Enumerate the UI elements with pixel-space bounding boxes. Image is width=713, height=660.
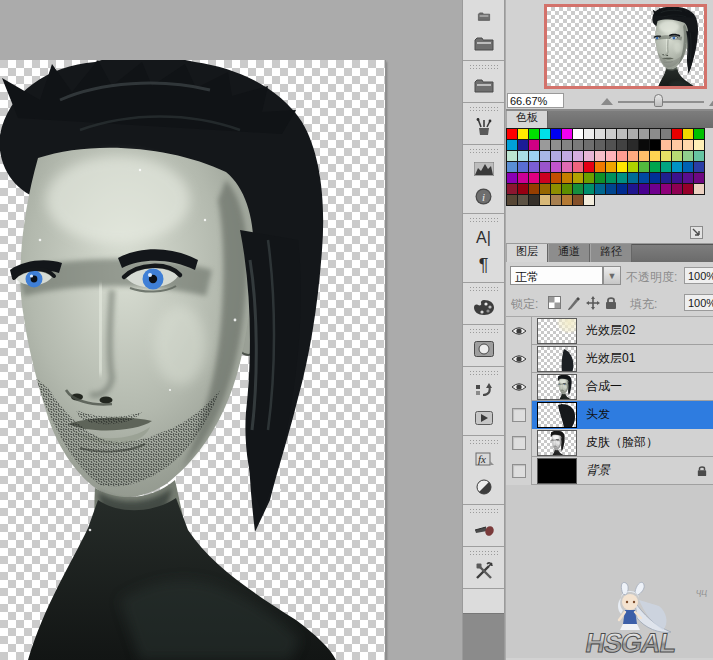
lock-image-icon[interactable] xyxy=(567,296,581,310)
layer-thumbnail[interactable] xyxy=(537,318,577,344)
folder-icon[interactable] xyxy=(467,3,500,29)
svg-text:fx: fx xyxy=(478,453,486,465)
histogram-icon[interactable] xyxy=(467,156,500,182)
visibility-toggle[interactable] xyxy=(506,317,532,345)
visibility-toggle[interactable] xyxy=(506,345,532,373)
blend-mode-select[interactable]: 正常 xyxy=(510,266,603,285)
layer-thumbnail[interactable] xyxy=(537,430,577,456)
portrait-artwork xyxy=(0,60,385,660)
dock-grip[interactable] xyxy=(469,439,498,445)
layer-row[interactable]: 光效层01 xyxy=(506,345,713,373)
dock-grip[interactable] xyxy=(469,148,498,154)
layer-name: 皮肤（脸部） xyxy=(586,434,658,451)
visibility-toggle[interactable] xyxy=(506,401,532,429)
eye-empty-checkbox xyxy=(512,436,526,450)
layer-name: 背景 xyxy=(586,462,610,479)
folder-icon[interactable] xyxy=(467,30,500,56)
color-swatch[interactable] xyxy=(583,194,595,206)
chevron-down-icon[interactable]: ▼ xyxy=(603,266,621,285)
visibility-toggle[interactable] xyxy=(506,457,532,485)
character-panel-icon[interactable]: A| xyxy=(467,225,500,251)
lock-label: 锁定: xyxy=(511,296,538,313)
layer-thumbnail[interactable] xyxy=(537,458,577,484)
layer-name: 光效层01 xyxy=(586,350,635,367)
svg-text:i: i xyxy=(482,190,485,202)
zoom-slider-thumb[interactable] xyxy=(654,94,663,107)
history-icon[interactable] xyxy=(467,378,500,404)
panel-resize-grip-icon[interactable] xyxy=(690,226,703,239)
layer-name: 合成一 xyxy=(586,378,622,395)
eye-icon xyxy=(511,326,527,336)
eye-icon xyxy=(511,354,527,364)
zoom-out-icon[interactable] xyxy=(601,98,613,105)
layers-tabbar: 图层 通道 路径 xyxy=(506,244,713,262)
layer-thumbnail[interactable] xyxy=(537,346,577,372)
folder-icon[interactable] xyxy=(467,72,500,98)
opacity-label: 不透明度: xyxy=(626,269,677,286)
layer-name: 头发 xyxy=(586,406,610,423)
actions-icon[interactable] xyxy=(467,405,500,431)
opacity-input[interactable]: 100% xyxy=(684,267,713,284)
eye-icon xyxy=(511,382,527,392)
dock-grip[interactable] xyxy=(469,106,498,112)
fill-label: 填充: xyxy=(630,296,657,313)
layer-row[interactable]: 合成一 xyxy=(506,373,713,401)
swatch-grid xyxy=(506,128,713,213)
paragraph-panel-icon[interactable]: ¶ xyxy=(467,252,500,278)
document-canvas[interactable] xyxy=(0,60,385,660)
eye-empty-checkbox xyxy=(512,464,526,478)
layer-row-selected[interactable]: 头发 xyxy=(506,401,713,429)
blend-mode-row: 正常 ▼ 不透明度: 100% xyxy=(506,262,713,290)
panel-column: 66.67% 色板 图层 通道 路径 正常 ▼ 不透明度: 100% 锁定: xyxy=(506,0,713,660)
layer-row[interactable]: 背景 xyxy=(506,457,713,485)
layer-row[interactable]: 光效层02 xyxy=(506,317,713,345)
info-icon[interactable]: i xyxy=(467,183,500,209)
swatches-footer xyxy=(506,213,713,244)
layer-lock-icon xyxy=(697,465,707,477)
brush-panel-icon[interactable] xyxy=(467,516,500,542)
eye-empty-checkbox xyxy=(512,408,526,422)
utilities-icon[interactable] xyxy=(467,558,500,584)
navigator-zoom-input[interactable]: 66.67% xyxy=(507,93,564,108)
masks-icon[interactable] xyxy=(467,336,500,362)
layers-empty-area xyxy=(506,485,713,658)
swatches-tabbar: 色板 xyxy=(506,110,713,128)
navigator-thumbnail xyxy=(652,7,707,89)
navigator-panel: 66.67% xyxy=(506,0,713,110)
adjustments-icon[interactable] xyxy=(467,474,500,500)
lock-row: 锁定: 填充: 100% xyxy=(506,290,713,317)
dock-grip[interactable] xyxy=(469,64,498,70)
dock-grip[interactable] xyxy=(469,328,498,334)
dock-grip[interactable] xyxy=(469,508,498,514)
navigator-proxy-view[interactable] xyxy=(544,4,707,89)
layer-thumbnail[interactable] xyxy=(537,374,577,400)
visibility-toggle[interactable] xyxy=(506,429,532,457)
layer-list: 光效层02 光效层01 xyxy=(506,317,713,485)
zoom-in-icon[interactable] xyxy=(709,95,713,106)
tab-swatches[interactable]: 色板 xyxy=(506,108,548,128)
brush-presets-icon[interactable] xyxy=(467,114,500,140)
tab-channels[interactable]: 通道 xyxy=(548,242,590,262)
dock-empty-area xyxy=(463,613,504,660)
visibility-toggle[interactable] xyxy=(506,373,532,401)
layer-row[interactable]: 皮肤（脸部） xyxy=(506,429,713,457)
layer-name: 光效层02 xyxy=(586,322,635,339)
dock-grip[interactable] xyxy=(469,217,498,223)
dock-grip[interactable] xyxy=(469,550,498,556)
tab-layers[interactable]: 图层 xyxy=(506,242,548,262)
layer-styles-fx-icon[interactable]: fx xyxy=(467,447,500,473)
lock-all-icon[interactable] xyxy=(605,296,617,310)
fill-input[interactable]: 100% xyxy=(684,294,713,311)
dock-grip[interactable] xyxy=(469,286,498,292)
panel-icon-dock: i A| ¶ fx xyxy=(462,0,505,660)
lock-transparency-icon[interactable] xyxy=(548,296,561,309)
palette-icon[interactable] xyxy=(467,294,500,320)
tab-paths[interactable]: 路径 xyxy=(590,242,632,262)
dock-grip[interactable] xyxy=(469,370,498,376)
layer-thumbnail[interactable] xyxy=(537,402,577,428)
lock-position-icon[interactable] xyxy=(586,296,600,310)
color-swatch[interactable] xyxy=(693,183,705,195)
